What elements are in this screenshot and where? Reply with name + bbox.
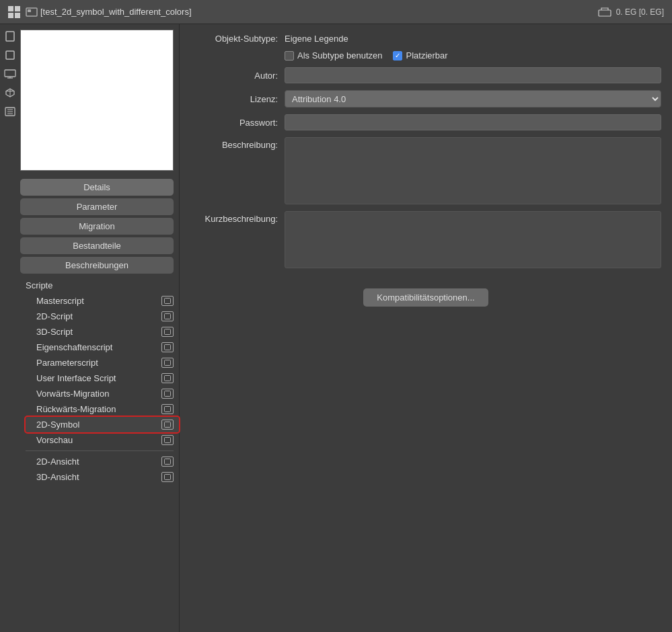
svg-rect-5 bbox=[5, 70, 15, 77]
passwort-input[interactable] bbox=[285, 114, 661, 130]
svg-rect-3 bbox=[6, 32, 14, 41]
kurzbeschreibung-row: Kurzbeschreibung: bbox=[190, 211, 661, 268]
svg-rect-22 bbox=[165, 407, 171, 412]
scripte-title: Scripte bbox=[26, 280, 179, 290]
svg-rect-23 bbox=[165, 422, 171, 428]
checkbox-group: Als Subtype benutzen Platzierbar bbox=[285, 50, 448, 61]
script-icon-vorschau bbox=[161, 435, 174, 445]
script-icon-masterscript bbox=[161, 296, 174, 306]
title-bar: [test_2d_symbol_with_different_colors] 0… bbox=[0, 0, 672, 24]
preview-area bbox=[20, 30, 174, 171]
checkbox-platzierbar-box[interactable] bbox=[393, 51, 402, 61]
preview-and-nav: Details Parameter Migration Bestandteile… bbox=[20, 24, 179, 632]
script-item-vorschau[interactable]: Vorschau bbox=[26, 432, 179, 448]
lizenz-label: Lizenz: bbox=[190, 94, 278, 104]
floor-icon bbox=[597, 7, 612, 17]
beschreibung-label: Beschreibung: bbox=[190, 140, 278, 150]
monitor-icon[interactable] bbox=[3, 67, 17, 81]
symbol-icon bbox=[26, 7, 38, 17]
script-icon-2d-ansicht bbox=[161, 457, 174, 467]
script-item-3d-script[interactable]: 3D-Script bbox=[26, 324, 179, 340]
kurzbeschreibung-textarea[interactable] bbox=[285, 211, 661, 268]
svg-rect-20 bbox=[165, 376, 171, 381]
checkboxes-row: Als Subtype benutzen Platzierbar bbox=[190, 50, 661, 61]
svg-rect-19 bbox=[165, 360, 171, 366]
script-item-parameterscript[interactable]: Parameterscript bbox=[26, 355, 179, 370]
svg-rect-16 bbox=[165, 314, 171, 319]
list-icon[interactable] bbox=[3, 105, 17, 118]
svg-rect-24 bbox=[165, 438, 171, 443]
checkbox-als-subtype[interactable]: Als Subtype benutzen bbox=[285, 50, 382, 61]
sidebar-icons bbox=[0, 24, 20, 632]
nav-btn-beschreibungen[interactable]: Beschreibungen bbox=[20, 257, 174, 274]
nav-btn-migration[interactable]: Migration bbox=[20, 218, 174, 235]
nav-btn-parameter[interactable]: Parameter bbox=[20, 198, 174, 215]
svg-rect-25 bbox=[165, 459, 171, 465]
beschreibung-row: Beschreibung: bbox=[190, 137, 661, 204]
svg-rect-26 bbox=[165, 475, 171, 480]
checkbox-platzierbar[interactable]: Platzierbar bbox=[393, 50, 447, 61]
script-icon-2d-script bbox=[161, 311, 174, 321]
nav-btn-bestandteile[interactable]: Bestandteile bbox=[20, 237, 174, 254]
script-icon-user-interface-script bbox=[161, 373, 174, 383]
script-item-2d-symbol[interactable]: 2D-Symbol bbox=[26, 417, 179, 432]
right-panel: Objekt-Subtype: Eigene Legende Als Subty… bbox=[180, 24, 672, 632]
lizenz-dropdown[interactable]: Attribution 4.0 bbox=[285, 90, 661, 108]
lizenz-row: Lizenz: Attribution 4.0 bbox=[190, 90, 661, 108]
passwort-row: Passwort: bbox=[190, 114, 661, 130]
window-title: [test_2d_symbol_with_different_colors] bbox=[26, 7, 192, 17]
checkbox-platzierbar-label: Platzierbar bbox=[406, 50, 447, 61]
script-icon-2d-symbol bbox=[161, 420, 174, 430]
script-item-masterscript[interactable]: Masterscript bbox=[26, 293, 179, 309]
svg-rect-4 bbox=[6, 51, 14, 59]
script-icon-rueckwaerts-migration bbox=[161, 404, 174, 414]
scripte-section: Scripte Masterscript 2D-Script bbox=[20, 276, 179, 487]
svg-rect-17 bbox=[165, 329, 171, 335]
checkbox-als-subtype-box[interactable] bbox=[285, 51, 294, 61]
script-item-vorwaerts-migration[interactable]: Vorwärts-Migration bbox=[26, 386, 179, 401]
script-item-2d-script[interactable]: 2D-Script bbox=[26, 309, 179, 324]
svg-rect-1 bbox=[28, 9, 31, 12]
passwort-label: Passwort: bbox=[190, 118, 278, 128]
svg-rect-15 bbox=[165, 299, 171, 304]
svg-rect-2 bbox=[599, 10, 611, 16]
script-icon-3d-script bbox=[161, 327, 174, 337]
script-icon-vorwaerts-migration bbox=[161, 389, 174, 399]
objekt-subtype-row: Objekt-Subtype: Eigene Legende bbox=[190, 34, 661, 44]
left-panel: Details Parameter Migration Bestandteile… bbox=[0, 24, 180, 632]
script-item-eigenschaftenscript[interactable]: Eigenschaftenscript bbox=[26, 340, 179, 355]
checkbox-als-subtype-label: Als Subtype benutzen bbox=[297, 50, 382, 61]
script-icon-parameterscript bbox=[161, 358, 174, 368]
objekt-subtype-label: Objekt-Subtype: bbox=[190, 34, 278, 44]
script-item-2d-ansicht[interactable]: 2D-Ansicht bbox=[26, 454, 179, 469]
page-icon[interactable] bbox=[3, 30, 17, 43]
kurzbeschreibung-label: Kurzbeschreibung: bbox=[190, 214, 278, 224]
autor-row: Autor: bbox=[190, 67, 661, 83]
script-list-divider bbox=[26, 450, 174, 451]
script-list: Masterscript 2D-Script 3D- bbox=[26, 293, 179, 485]
floor-info: 0. EG [0. EG] bbox=[597, 7, 664, 17]
cube-icon[interactable] bbox=[3, 86, 17, 100]
objekt-subtype-value: Eigene Legende bbox=[285, 34, 348, 44]
script-item-rueckwaerts-migration[interactable]: Rückwärts-Migration bbox=[26, 401, 179, 417]
script-item-3d-ansicht[interactable]: 3D-Ansicht bbox=[26, 469, 179, 485]
svg-rect-18 bbox=[165, 345, 171, 350]
grid-icon bbox=[8, 6, 20, 18]
beschreibung-textarea[interactable] bbox=[285, 137, 661, 204]
kompatibilitaetsoptionen-button[interactable]: Kompatibilitätsoptionen... bbox=[363, 288, 488, 307]
script-icon-eigenschaftenscript bbox=[161, 342, 174, 352]
autor-input[interactable] bbox=[285, 67, 661, 83]
square-icon[interactable] bbox=[3, 48, 17, 62]
svg-rect-21 bbox=[165, 391, 171, 397]
script-icon-3d-ansicht bbox=[161, 472, 174, 482]
nav-buttons: Details Parameter Migration Bestandteile… bbox=[20, 176, 179, 276]
autor-label: Autor: bbox=[190, 71, 278, 81]
nav-btn-details[interactable]: Details bbox=[20, 179, 174, 196]
svg-rect-0 bbox=[26, 8, 37, 16]
script-item-user-interface-script[interactable]: User Interface Script bbox=[26, 370, 179, 386]
